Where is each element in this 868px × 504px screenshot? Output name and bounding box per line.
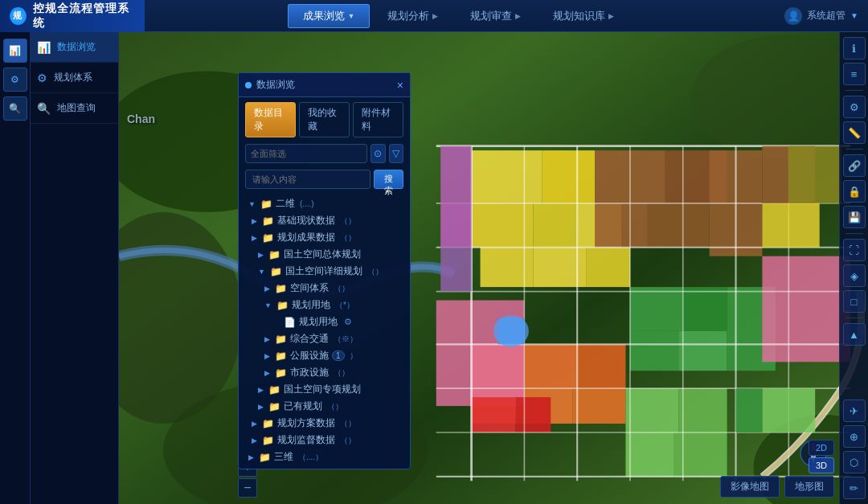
db-tree: ▼ 📁 二维 (....) ▶ 📁 基础现状数据 （） ▶ 📁 规划成果数据 （… [239, 192, 410, 469]
rt-save-btn[interactable]: 💾 [843, 206, 866, 228]
sidebar-planning-btn[interactable]: ⚙ [3, 68, 27, 92]
svg-rect-12 [481, 248, 534, 287]
db-filter-input[interactable] [245, 144, 367, 163]
svg-rect-56 [762, 388, 815, 432]
db-search-button[interactable]: 搜索 [374, 170, 403, 189]
rt-lock-btn[interactable]: 🔒 [843, 180, 866, 203]
svg-rect-17 [595, 203, 648, 248]
nav-tab-analysis[interactable]: 规划分析 ▶ [373, 4, 452, 28]
data-browser-close[interactable]: × [397, 79, 403, 92]
user-area: 👤 系统超管 ▼ [772, 7, 868, 25]
tree-item-2d[interactable]: ▼ 📁 二维 (....) [239, 195, 410, 212]
header-dot [245, 82, 252, 88]
nav-tab-review[interactable]: 规划审查 ▶ [456, 4, 535, 28]
svg-rect-60 [440, 146, 471, 203]
svg-rect-33 [515, 397, 551, 432]
sidebar-item-planning[interactable]: ⚙ 规划体系 [31, 63, 118, 93]
data-browser-panel: 数据浏览 × 数据目录 我的收藏 附件材料 ⊙ ▽ 搜索 ▼ [238, 72, 411, 469]
svg-rect-23 [678, 331, 727, 371]
svg-rect-58 [440, 203, 471, 248]
rt-layers-btn[interactable]: ◈ [843, 264, 866, 287]
sidebar-map-query-btn[interactable]: 🔍 [3, 96, 27, 121]
zoom-out-button[interactable]: − [238, 478, 257, 498]
rt-draw-btn[interactable]: ✏ [843, 477, 866, 499]
tree-item-national-overall[interactable]: ▶ 📁 国土空间总体规划 [239, 246, 410, 263]
rt-divider-3 [845, 233, 863, 234]
svg-rect-21 [683, 287, 727, 331]
data-browser-title: 数据浏览 [256, 78, 392, 92]
svg-rect-25 [524, 344, 577, 388]
tree-item-special-plan[interactable]: ▶ 📁 国土空间专项规划 [239, 381, 410, 398]
nav-tab-results[interactable]: 成果浏览 ▼ [288, 4, 371, 28]
app-title: 控规全流程管理系统 [33, 2, 135, 31]
db-tab-attachments[interactable]: 附件材料 [353, 102, 403, 137]
rt-divider-4 [845, 318, 863, 318]
tree-item-supervision-data[interactable]: ▶ 📁 规划监督数据 （） [239, 432, 410, 449]
tree-item-planned-land[interactable]: ▼ 📁 规划用地 （*） [239, 297, 410, 313]
sidebar-item-map-query[interactable]: 🔍 地图查询 [31, 93, 118, 124]
user-avatar: 👤 [784, 7, 802, 25]
tree-item-scheme-data[interactable]: ▶ 📁 规划方案数据 （） [239, 415, 410, 432]
svg-rect-7 [472, 150, 542, 203]
svg-rect-59 [440, 248, 471, 292]
svg-rect-34 [625, 388, 678, 432]
tree-item-planned-land-file[interactable]: 📄 规划用地 ⚙ [239, 313, 410, 330]
map-query-icon: 🔍 [37, 102, 51, 115]
tree-item-base-data[interactable]: ▶ 📁 基础现状数据 （） [239, 212, 410, 229]
tree-item-municipal[interactable]: ▶ 📁 市政设施 （） [239, 364, 410, 381]
svg-rect-26 [577, 344, 625, 388]
svg-rect-36 [625, 432, 674, 477]
mode-3d-button[interactable]: 3D [809, 457, 834, 473]
db-filter-view-btn[interactable]: ⊙ [371, 144, 386, 163]
user-dropdown-icon[interactable]: ▼ [850, 11, 858, 20]
svg-rect-31 [762, 256, 850, 363]
nav-tab-knowledge[interactable]: 规划知识库 ▶ [538, 4, 628, 28]
rt-settings-btn[interactable]: ⚙ [843, 96, 866, 118]
svg-rect-37 [674, 432, 727, 477]
rt-list-btn[interactable]: ≡ [843, 63, 866, 85]
svg-rect-32 [472, 397, 516, 432]
svg-rect-14 [586, 248, 630, 287]
db-search-input[interactable] [245, 170, 371, 189]
rt-up-btn[interactable]: ▲ [843, 323, 866, 346]
rt-link-btn[interactable]: 🔗 [843, 154, 866, 177]
tree-item-national-detail[interactable]: ▼ 📁 国土空间详细规划 （） [239, 263, 410, 280]
right-toolbar: ℹ ≡ ⚙ 📏 🔗 🔒 💾 ⛶ ◈ □ ▲ ✈ ⊕ ⬡ ✏ [839, 32, 868, 504]
db-tab-favorites[interactable]: 我的收藏 [299, 102, 350, 137]
map-area[interactable]: Chan 数据浏览 × 数据目录 我的收藏 附件材料 ⊙ ▽ 搜索 [119, 32, 868, 504]
sidebar-item-map-query-label: 地图查询 [57, 101, 96, 115]
rt-target-btn[interactable]: ⊕ [843, 425, 866, 448]
svg-rect-28 [573, 388, 626, 424]
db-search-row: 搜索 [239, 166, 410, 192]
map-imagery-button[interactable]: 影像地图 [720, 476, 780, 498]
svg-rect-55 [762, 203, 819, 248]
nav-tab-group: 成果浏览 ▼ 规划分析 ▶ 规划审查 ▶ 规划知识库 ▶ [145, 0, 772, 31]
sidebar-item-data[interactable]: 📊 数据浏览 [31, 32, 118, 63]
map-label-chan: Chan [127, 113, 155, 125]
map-terrain-button[interactable]: 地形图 [784, 476, 834, 498]
data-browser-header: 数据浏览 × [239, 73, 410, 97]
sidebar-panel: 📊 数据浏览 ⚙ 规划体系 🔍 地图查询 [31, 32, 119, 504]
tree-item-public-service[interactable]: ▶ 📁 公服设施 1 ） [239, 347, 410, 364]
left-icon-sidebar: 📊 ⚙ 🔍 [0, 32, 31, 504]
tree-item-3d[interactable]: ▶ 📁 三维 （....） [239, 449, 410, 465]
rt-window-btn[interactable]: □ [843, 290, 866, 313]
rt-polygon-btn[interactable]: ⬡ [843, 451, 866, 473]
db-tab-group: 数据目录 我的收藏 附件材料 [239, 97, 410, 141]
tree-item-transport[interactable]: ▶ 📁 综合交通 （※） [239, 330, 410, 347]
mode-2d-button[interactable]: 2D [809, 440, 834, 456]
planning-icon: ⚙ [37, 72, 47, 84]
tree-item-spatial-system[interactable]: ▶ 📁 空间体系 （） [239, 280, 410, 297]
rt-nav-btn[interactable]: ✈ [843, 400, 866, 422]
db-filter-expand-btn[interactable]: ▽ [389, 144, 404, 163]
tree-item-existing-plan[interactable]: ▶ 📁 已有规划 （） [239, 398, 410, 415]
svg-rect-18 [648, 203, 710, 248]
db-tab-catalog[interactable]: 数据目录 [245, 102, 296, 137]
rt-measure-btn[interactable]: 📏 [843, 121, 866, 144]
rt-divider-2 [845, 149, 863, 150]
tree-item-plan-results[interactable]: ▶ 📁 规划成果数据 （） [239, 229, 410, 246]
rt-fullscreen-btn[interactable]: ⛶ [843, 239, 866, 261]
sidebar-item-data-label: 数据浏览 [57, 40, 96, 54]
rt-info-btn[interactable]: ℹ [843, 37, 866, 59]
sidebar-data-browse-btn[interactable]: 📊 [3, 39, 27, 63]
